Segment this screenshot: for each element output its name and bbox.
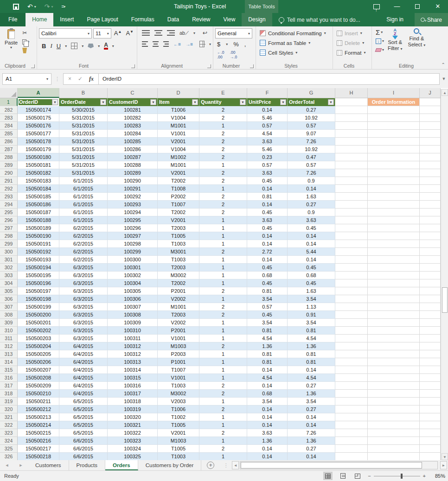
- cell[interactable]: [335, 335, 368, 342]
- table-header-ordertotal[interactable]: OrderTotal▼: [288, 98, 335, 106]
- horizontal-scroll-thumb[interactable]: [241, 462, 422, 468]
- cell[interactable]: 6/2/2015: [59, 256, 108, 264]
- cell[interactable]: [335, 311, 368, 319]
- filter-dropdown-icon[interactable]: ▼: [150, 99, 156, 105]
- cell[interactable]: 0.27: [288, 405, 335, 413]
- cell[interactable]: [335, 209, 368, 216]
- cell[interactable]: 1: [199, 295, 247, 303]
- tab-insert[interactable]: Insert: [53, 13, 80, 26]
- cell[interactable]: [420, 185, 441, 193]
- cell[interactable]: 150500183: [18, 177, 59, 185]
- cell[interactable]: 150500195: [18, 272, 59, 279]
- cell[interactable]: 0.57: [247, 161, 288, 169]
- cell[interactable]: T1007: [158, 366, 199, 374]
- cell[interactable]: 0.68: [288, 272, 335, 279]
- cell[interactable]: 4.54: [288, 335, 335, 342]
- cell[interactable]: V2001: [158, 216, 199, 224]
- cell-styles-button[interactable]: Cell Styles▾: [260, 48, 331, 57]
- cell[interactable]: 6/6/2015: [59, 445, 108, 453]
- cell[interactable]: 5.46: [247, 114, 288, 122]
- cell[interactable]: V1001: [158, 335, 199, 342]
- align-bottom-icon[interactable]: [167, 30, 175, 36]
- row-header-320[interactable]: 320: [0, 405, 18, 413]
- cell[interactable]: 6/6/2015: [59, 453, 108, 460]
- row-header-302[interactable]: 302: [0, 264, 18, 272]
- cell[interactable]: 5/31/2015: [59, 153, 108, 161]
- column-header-E[interactable]: E: [199, 88, 247, 98]
- cell[interactable]: 3.63: [247, 169, 288, 177]
- cell[interactable]: M1003: [158, 437, 199, 445]
- cell[interactable]: 3.54: [247, 398, 288, 405]
- cell[interactable]: 5/31/2015: [59, 161, 108, 169]
- row-header-301[interactable]: 301: [0, 256, 18, 264]
- paste-button[interactable]: Paste ▾: [2, 28, 20, 62]
- wrap-text-icon[interactable]: ↩: [203, 30, 207, 36]
- format-as-table-button[interactable]: Format as Table▾: [260, 38, 331, 48]
- cell[interactable]: [335, 287, 368, 295]
- cell[interactable]: 2: [199, 287, 247, 295]
- cell[interactable]: [335, 138, 368, 146]
- cell[interactable]: 1: [199, 327, 247, 335]
- cell[interactable]: 0.81: [288, 358, 335, 366]
- font-color-icon[interactable]: A: [104, 43, 108, 50]
- cell[interactable]: 1: [199, 366, 247, 374]
- table-header-customerid[interactable]: CustomerID▼: [108, 98, 158, 106]
- cell[interactable]: 3.54: [288, 295, 335, 303]
- cell[interactable]: [335, 413, 368, 421]
- cell[interactable]: 6/3/2015: [59, 319, 108, 327]
- cell[interactable]: [335, 398, 368, 405]
- scroll-left-arrow-icon[interactable]: ◄: [232, 461, 239, 469]
- cell[interactable]: P2001: [158, 287, 199, 295]
- cell[interactable]: M1001: [158, 303, 199, 311]
- cell[interactable]: [368, 421, 420, 429]
- cell[interactable]: 2: [199, 114, 247, 122]
- cell[interactable]: [335, 303, 368, 311]
- sheet-tab-orders[interactable]: Orders: [105, 460, 138, 470]
- cell[interactable]: 0.45: [247, 264, 288, 272]
- format-cells-button[interactable]: Format▾: [337, 48, 370, 57]
- cell[interactable]: P2003: [158, 350, 199, 358]
- minimize-button[interactable]: —: [387, 0, 407, 13]
- cell[interactable]: 100282: [108, 114, 158, 122]
- tab-data[interactable]: Data: [161, 13, 186, 26]
- cell[interactable]: 2: [199, 248, 247, 256]
- cell[interactable]: [335, 421, 368, 429]
- cell[interactable]: 0.14: [288, 240, 335, 248]
- confirm-entry-button[interactable]: ✓: [78, 76, 83, 82]
- cell[interactable]: M3001: [158, 248, 199, 256]
- cell[interactable]: 5.46: [247, 146, 288, 153]
- cell[interactable]: 6/4/2015: [59, 366, 108, 374]
- cell[interactable]: T1003: [158, 240, 199, 248]
- cell[interactable]: 10.92: [288, 114, 335, 122]
- cell[interactable]: 2: [199, 106, 247, 114]
- zoom-slider-thumb[interactable]: [401, 474, 403, 479]
- cell[interactable]: 150500175: [18, 114, 59, 122]
- tab-formulas[interactable]: Formulas: [125, 13, 161, 26]
- cell[interactable]: 1: [199, 358, 247, 366]
- cell[interactable]: 1: [199, 216, 247, 224]
- cell[interactable]: 1.36: [247, 437, 288, 445]
- cell[interactable]: 150500174: [18, 106, 59, 114]
- cell[interactable]: [335, 224, 368, 232]
- cell[interactable]: [420, 153, 441, 161]
- align-right-icon[interactable]: [163, 41, 169, 47]
- italic-button[interactable]: I: [50, 42, 52, 50]
- cell[interactable]: [368, 153, 420, 161]
- row-header-314[interactable]: 314: [0, 358, 18, 366]
- cell[interactable]: 0.81: [247, 327, 288, 335]
- cell[interactable]: 2: [199, 311, 247, 319]
- cell[interactable]: 100286: [108, 146, 158, 153]
- cell[interactable]: 0.14: [288, 421, 335, 429]
- cell[interactable]: 150500218: [18, 453, 59, 460]
- cell[interactable]: [335, 453, 368, 460]
- cell[interactable]: [368, 248, 420, 256]
- cell[interactable]: 5/31/2015: [59, 130, 108, 138]
- cell[interactable]: 150500190: [18, 232, 59, 240]
- cell[interactable]: 150500191: [18, 240, 59, 248]
- cell[interactable]: T1006: [158, 106, 199, 114]
- cell[interactable]: 150500212: [18, 405, 59, 413]
- cell[interactable]: 2: [199, 382, 247, 390]
- cell[interactable]: 100305: [108, 287, 158, 295]
- cell[interactable]: 100285: [108, 138, 158, 146]
- cell[interactable]: T1005: [158, 421, 199, 429]
